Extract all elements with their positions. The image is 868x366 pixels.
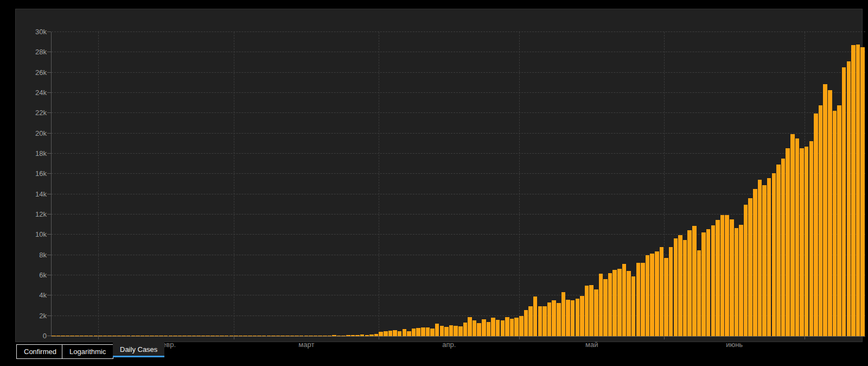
daily-cases-bar (851, 45, 856, 336)
daily-cases-bar (351, 335, 355, 336)
y-axis-tick (47, 92, 51, 93)
daily-cases-bar (790, 134, 795, 336)
daily-cases-bar (262, 336, 266, 337)
daily-cases-bar (323, 336, 327, 337)
x-axis-month-label: март (298, 340, 314, 349)
daily-cases-bar (225, 336, 229, 337)
y-gridline (52, 133, 865, 134)
daily-cases-bar (650, 254, 654, 336)
daily-cases-bar (346, 335, 350, 336)
daily-cases-bar (98, 336, 103, 337)
daily-cases-bar (496, 320, 500, 336)
daily-cases-bar (421, 327, 425, 336)
daily-cases-bar (267, 336, 271, 337)
plot-area: 02k4k6k8k10k12k14k16k18k20k22k24k26k28k3… (51, 32, 865, 337)
chart-panel: 02k4k6k8k10k12k14k16k18k20k22k24k26k28k3… (15, 9, 863, 342)
daily-cases-bar (454, 326, 458, 336)
daily-cases-bar (285, 336, 290, 337)
daily-cases-bar (56, 336, 61, 337)
daily-cases-bar (762, 185, 767, 336)
daily-cases-bar (505, 317, 509, 337)
daily-cases-bar (206, 336, 210, 337)
daily-cases-bar (631, 276, 636, 336)
x-axis-tick (379, 336, 379, 339)
daily-cases-bar (482, 319, 486, 336)
daily-cases-bar (103, 336, 107, 337)
daily-cases-bar (384, 331, 388, 336)
daily-cases-bar (828, 90, 832, 336)
daily-cases-bar (501, 320, 505, 336)
daily-cases-bar (580, 296, 584, 336)
daily-cases-bar (660, 247, 664, 336)
daily-cases-bar (603, 279, 608, 336)
y-axis-label: 22k (22, 109, 47, 117)
y-axis-label: 0 (22, 332, 47, 340)
daily-cases-bar (533, 296, 538, 336)
daily-cases-bar (187, 336, 192, 337)
daily-cases-bar (678, 235, 682, 336)
daily-cases-bar (182, 336, 187, 337)
daily-cases-bar (524, 310, 528, 336)
daily-cases-bar (440, 326, 444, 336)
daily-cases-bar (243, 336, 247, 337)
y-axis-label: 10k (22, 230, 47, 239)
daily-cases-bar (309, 336, 313, 337)
y-axis-label: 6k (22, 271, 47, 280)
daily-cases-bar (192, 336, 196, 337)
daily-cases-bar (299, 336, 304, 337)
daily-cases-bar (365, 335, 369, 336)
y-axis-label: 20k (22, 129, 47, 138)
y-axis-tick (47, 194, 51, 194)
daily-cases-bar (837, 105, 841, 336)
daily-cases-bar (683, 240, 687, 336)
daily-cases-bar (748, 198, 752, 336)
daily-cases-bar (169, 336, 173, 337)
daily-cases-bar (697, 250, 701, 336)
month-gridline (519, 32, 520, 336)
daily-cases-bar (215, 336, 220, 337)
tab-logarithmic[interactable]: Logarithmic (62, 344, 113, 359)
daily-cases-bar (178, 336, 182, 337)
daily-cases-bar (758, 180, 762, 336)
y-axis-tick (47, 52, 51, 52)
daily-cases-bar (599, 274, 603, 336)
daily-cases-bar (744, 205, 748, 336)
daily-cases-bar (403, 329, 407, 336)
month-gridline (98, 32, 99, 336)
daily-cases-bar (557, 303, 561, 336)
daily-cases-bar (772, 173, 776, 336)
daily-cases-bar (538, 306, 542, 336)
y-axis-label: 4k (22, 291, 47, 300)
daily-cases-bar (528, 306, 533, 336)
daily-cases-bar (814, 113, 818, 336)
tab-confirmed[interactable]: Confirmed (16, 344, 64, 359)
tab-daily-cases[interactable]: Daily Cases (113, 342, 164, 357)
daily-cases-bar (52, 336, 56, 337)
daily-cases-bar (290, 336, 295, 337)
daily-cases-bar (253, 336, 257, 337)
daily-cases-bar (608, 273, 612, 336)
x-axis-month-label: июнь (726, 340, 743, 349)
daily-cases-bar (141, 336, 145, 337)
daily-cases-bar (416, 328, 420, 336)
x-axis-tick (98, 336, 99, 339)
daily-cases-bar (468, 317, 472, 336)
daily-cases-bar (94, 336, 98, 337)
daily-cases-bar (341, 336, 346, 337)
y-gridline (52, 52, 865, 52)
daily-cases-bar (856, 45, 860, 336)
y-axis-label: 26k (22, 68, 47, 77)
x-axis-tick (519, 336, 520, 339)
daily-cases-bar (210, 336, 215, 337)
daily-cases-bar (337, 336, 341, 337)
daily-cases-bar (145, 336, 149, 337)
daily-cases-bar (458, 326, 463, 336)
daily-cases-bar (248, 336, 252, 337)
y-axis-label: 16k (22, 169, 47, 178)
daily-cases-bar (720, 215, 725, 336)
daily-cases-bar (196, 336, 201, 337)
y-axis-tick (47, 255, 51, 255)
daily-cases-bar (201, 336, 206, 337)
daily-cases-bar (819, 105, 823, 336)
y-axis-tick (47, 31, 51, 32)
